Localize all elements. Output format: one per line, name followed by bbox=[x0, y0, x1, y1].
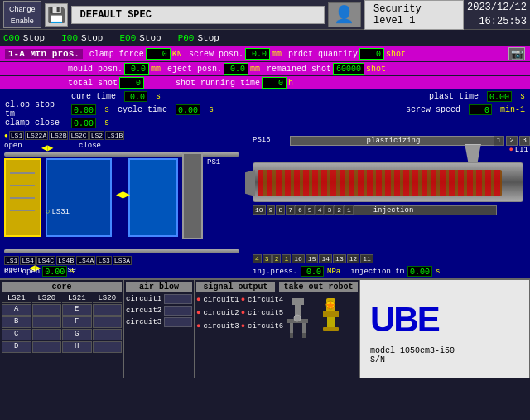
robot-arm-icon bbox=[283, 298, 312, 344]
cl-open-row: cl. open 0.00 s bbox=[4, 266, 75, 277]
core-panel: core LS21 LS20 LS21 LS20 A E B F C G D H bbox=[0, 280, 124, 378]
section-header: 1-A Mtn pros. clamp force 0 KN screw pos… bbox=[0, 46, 530, 61]
robot-icons bbox=[279, 294, 358, 348]
svg-rect-5 bbox=[290, 333, 293, 338]
sn-text: S/N ---- bbox=[370, 355, 528, 364]
ls-labels-row: ● LS1 LS22A LS2B LS2C LS2 LS1B bbox=[4, 131, 124, 140]
ube-logo: UBE bbox=[370, 300, 519, 340]
tiebar-top bbox=[4, 152, 239, 157]
trophy-icon bbox=[316, 298, 345, 344]
airblow-title: air blow bbox=[126, 282, 192, 292]
nozzle bbox=[245, 170, 255, 196]
ls-bottom-row: LS1 LS4 LS4C LS4B LS4A LS3 LS3A bbox=[4, 256, 132, 265]
svg-rect-6 bbox=[302, 333, 306, 338]
inj-press-row: inj.press. 0.0 MPa injection tm 0.00 s bbox=[253, 266, 440, 277]
stages-bot: 4 3 2 1 16 15 14 13 12 11 bbox=[253, 254, 373, 263]
status-c00: C00 Stop bbox=[3, 31, 45, 44]
svg-rect-4 bbox=[302, 323, 306, 333]
ls31: ○ LS31 bbox=[46, 208, 70, 216]
clamping-unit: ● LS1 LS22A LS2B LS2C LS2 LS1B open ◀▶ c… bbox=[0, 129, 248, 278]
open-label-left: open bbox=[4, 142, 22, 150]
status-p00: P00 Stop bbox=[178, 31, 219, 44]
signal-title: signal output bbox=[196, 282, 275, 292]
default-spec-label: DEFAULT SPEC bbox=[71, 6, 325, 24]
top-bar: Change Enable 💾 DEFAULT SPEC 👤 Security … bbox=[0, 0, 530, 30]
takeout-title: take out robot bbox=[279, 282, 358, 292]
airblow-panel: air blow circuit1 circuit2 circuit3 bbox=[124, 280, 195, 378]
ps1-label: PS1 bbox=[207, 158, 220, 167]
core-title: core bbox=[2, 282, 122, 292]
fixed-platen bbox=[182, 152, 203, 239]
core-grid: LS21 LS20 LS21 LS20 A E B F C G D H bbox=[2, 294, 122, 353]
li1-label: ● LI1 bbox=[508, 146, 528, 154]
takeout-panel: take out robot bbox=[277, 280, 360, 378]
status-i00: I00 Stop bbox=[61, 31, 103, 44]
barrel bbox=[253, 162, 523, 202]
svg-rect-9 bbox=[323, 311, 339, 317]
stages-mid: 10 9 8 7 6 5 4 3 2 1 bbox=[253, 205, 354, 215]
injection-unit-panel: PS16 plasticizing 1 2 3 ● LI1 injection … bbox=[248, 129, 530, 278]
status-e00: E00 Stop bbox=[119, 31, 161, 44]
mold-moving-half bbox=[46, 158, 112, 237]
change-enable-button[interactable]: Change Enable bbox=[3, 1, 41, 28]
close-label-left: close bbox=[79, 142, 101, 150]
screw-heater bbox=[258, 170, 502, 196]
svg-rect-0 bbox=[292, 298, 304, 305]
svg-rect-10 bbox=[327, 317, 335, 327]
movable-platen bbox=[4, 158, 41, 237]
svg-point-7 bbox=[294, 315, 301, 321]
logo-panel: UBE model 1050em3-i50 S/N ---- bbox=[360, 280, 530, 378]
camera-icon[interactable]: 📷 bbox=[508, 47, 525, 60]
user-icon: 👤 bbox=[328, 2, 361, 27]
section-id: 1-A Mtn pros. bbox=[5, 49, 83, 59]
bottom-panels: core LS21 LS20 LS21 LS20 A E B F C G D H bbox=[0, 278, 530, 378]
model-text: model 1050em3-i50 bbox=[370, 346, 528, 355]
save-button[interactable]: 💾 bbox=[45, 3, 68, 27]
status-bar: C00 Stop I00 Stop E00 Stop P00 Stop bbox=[0, 30, 530, 46]
datetime: 2023/12/12 16:25:53 bbox=[467, 1, 527, 29]
diagram-area: ● LS1 LS22A LS2B LS2C LS2 LS1B open ◀▶ c… bbox=[0, 129, 530, 278]
ps16-label: PS16 bbox=[253, 136, 271, 144]
stages-top: 1 2 3 bbox=[494, 136, 530, 146]
svg-rect-3 bbox=[290, 323, 293, 333]
hopper bbox=[461, 144, 484, 162]
mold-fixed-half bbox=[128, 158, 178, 237]
svg-rect-11 bbox=[323, 327, 339, 331]
tiebar-bottom bbox=[4, 249, 239, 253]
signal-panel: signal output ● circuit1 ● circuit4 ● ci… bbox=[195, 280, 277, 378]
security-level: Security level 1 bbox=[364, 0, 464, 30]
